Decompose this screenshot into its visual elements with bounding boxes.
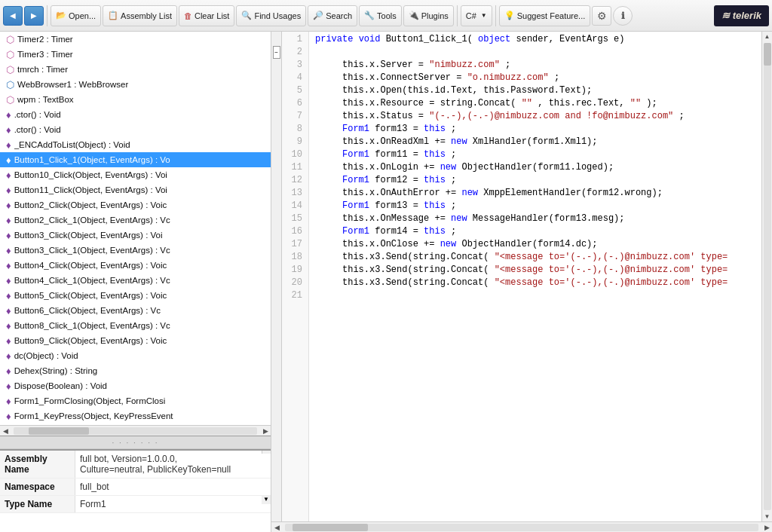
vertical-scroll-thumb[interactable] [764, 43, 771, 66]
code-content[interactable]: private void Button1_Click_1( object sen… [309, 32, 761, 521]
string-literal: "" [630, 98, 641, 109]
tools-button[interactable]: 🔧 Tools [359, 5, 402, 26]
scroll-down-arrow[interactable]: ▼ [763, 512, 772, 521]
horizontal-scroll-track[interactable] [14, 427, 257, 435]
list-item[interactable]: ♦ Button4_Click_1(Object, EventArgs) : V… [0, 273, 271, 288]
list-item[interactable]: ♦ Button3_Click_1(Object, EventArgs) : V… [0, 243, 271, 258]
search-icon: 🔎 [313, 11, 323, 20]
type-name-dropdown[interactable]: ▼ [262, 496, 271, 504]
list-item[interactable]: ♦ Button2_Click(Object, EventArgs) : Voi… [0, 197, 271, 212]
list-item[interactable]: ⬡ WebBrowser1 : WebBrowser [0, 77, 271, 92]
left-panel: ⬡ Timer2 : Timer ⬡ Timer3 : Timer ⬡ tmrc… [0, 32, 271, 532]
list-item[interactable]: ♦ Dehex(String) : String [0, 363, 271, 378]
code-text: ObjectHandler(form11.loged); [461, 162, 614, 173]
line-number: 3 [282, 59, 305, 72]
code-text: sender, EventArgs e) [516, 34, 624, 44]
line-number: 14 [282, 200, 305, 212]
open-label: Open... [69, 11, 96, 20]
list-item[interactable]: ♦ Button9_Click(Object, EventArgs) : Voi… [0, 333, 271, 348]
keyword-type: Form1 [342, 175, 369, 185]
code-line: this.x3.Send(string.Concat( "<message to… [315, 277, 755, 289]
method-icon: ♦ [6, 335, 11, 347]
list-item[interactable]: ♦ Button5_Click(Object, EventArgs) : Voi… [0, 288, 271, 303]
keyword-this: this [424, 175, 446, 185]
tree-horizontal-scrollbar[interactable]: ◀ ▶ [0, 425, 271, 436]
list-item[interactable]: ♦ Form1_FormClosing(Object, FormClosi [0, 393, 271, 408]
code-line: this.x.Resource = string.Concat( "" , th… [315, 97, 755, 110]
code-line [315, 289, 755, 302]
method-icon: ♦ [6, 365, 11, 377]
code-indent [315, 98, 337, 109]
assembly-name-label: Assembly Name [0, 451, 75, 478]
code-horizontal-scroll-track[interactable] [285, 524, 758, 531]
list-item[interactable]: ♦ Form1_KeyPress(Object, KeyPressEvent [0, 408, 271, 423]
scroll-left-arrow[interactable]: ◀ [0, 427, 11, 435]
list-item[interactable]: ♦ Button10_Click(Object, EventArgs) : Vo… [0, 167, 271, 182]
list-item[interactable]: ⬡ wpm : TextBox [0, 92, 271, 107]
keyword-new: new [451, 136, 467, 147]
info-scrollbar[interactable] [262, 451, 271, 454]
nav-forward-button[interactable]: ▶ [24, 6, 44, 26]
list-item-selected[interactable]: ♦ Button1_Click_1(Object, EventArgs) : V… [0, 152, 271, 167]
line-number: 8 [282, 123, 305, 136]
find-usages-button[interactable]: 🔍 Find Usages [236, 5, 306, 26]
method-icon: ♦ [6, 245, 11, 256]
code-text: ; [451, 175, 456, 185]
type-name-value: Form1 [75, 496, 262, 512]
keyword-new: new [440, 162, 457, 173]
open-button[interactable]: 📂 Open... [51, 5, 101, 26]
code-editor-panel: − 1 2 3 4 5 6 7 8 9 10 11 12 13 14 15 16… [271, 32, 772, 532]
method-icon: ♦ [6, 381, 11, 392]
panel-resize-handle[interactable]: · · · · · · · [0, 436, 271, 449]
code-vertical-scrollbar[interactable]: ▲ ▼ [761, 32, 772, 521]
list-item[interactable]: ⬡ tmrch : Timer [0, 62, 271, 77]
code-text: XmppElementHandler(form12.wrong); [483, 188, 663, 198]
list-item[interactable]: ♦ .ctor() : Void [0, 122, 271, 137]
code-line: this.x.OnAuthError += new XmppElementHan… [315, 187, 755, 200]
list-item[interactable]: ⬡ Timer2 : Timer [0, 32, 271, 47]
code-horizontal-scrollbar[interactable]: ◀ ▶ [271, 521, 772, 532]
code-scroll-left-arrow[interactable]: ◀ [271, 524, 282, 531]
suggest-feature-button[interactable]: 💡 Suggest Feature... [499, 5, 591, 26]
suggest-label: Suggest Feature... [517, 11, 586, 20]
list-item[interactable]: ♦ Button4_Click(Object, EventArgs) : Voi… [0, 258, 271, 273]
info-panel: Assembly Name full bot, Version=1.0.0.0,… [0, 449, 271, 532]
code-text: this.x.OnReadXml += [342, 136, 451, 147]
line-number: 18 [282, 251, 305, 264]
list-item[interactable]: ♦ _ENCAddToList(Object) : Void [0, 137, 271, 152]
clear-list-button[interactable]: 🗑 Clear List [179, 5, 234, 26]
code-horizontal-scroll-thumb[interactable] [293, 524, 368, 531]
scroll-up-arrow[interactable]: ▲ [763, 32, 772, 41]
search-button[interactable]: 🔎 Search [308, 5, 357, 26]
list-item[interactable]: ♦ Button2_Click_1(Object, EventArgs) : V… [0, 212, 271, 228]
code-scroll-right-arrow[interactable]: ▶ [761, 524, 772, 531]
list-item[interactable]: ♦ Button8_Click_1(Object, EventArgs) : V… [0, 318, 271, 333]
gear-button[interactable]: ⚙ [592, 6, 611, 26]
scroll-right-arrow[interactable]: ▶ [260, 427, 271, 435]
code-text: this.x.OnMessage += [342, 213, 451, 224]
list-item[interactable]: ♦ Dispose(Boolean) : Void [0, 378, 271, 393]
list-item[interactable]: ♦ dc(Object) : Void [0, 348, 271, 363]
info-button[interactable]: ℹ [613, 6, 633, 26]
list-item[interactable]: ♦ Button3_Click(Object, EventArgs) : Voi [0, 228, 271, 243]
list-item[interactable]: ⬡ Timer3 : Timer [0, 47, 271, 62]
code-gutter: − [271, 32, 282, 521]
tree-content[interactable]: ⬡ Timer2 : Timer ⬡ Timer3 : Timer ⬡ tmrc… [0, 32, 271, 425]
list-item[interactable]: ♦ Button11_Click(Object, EventArgs) : Vo… [0, 182, 271, 197]
list-item[interactable]: ♦ Button6_Click(Object, EventArgs) : Vc [0, 303, 271, 318]
code-line: this.x.ConnectServer = "o.nimbuzz.com" ; [315, 72, 755, 84]
code-expand-button[interactable]: − [273, 46, 280, 59]
vertical-scroll-track[interactable] [764, 43, 771, 510]
nav-back-button[interactable]: ◀ [3, 6, 23, 26]
code-line: Form1 form13 = this ; [315, 123, 755, 136]
list-item[interactable]: ♦ .ctor() : Void [0, 107, 271, 122]
gear-icon: ⚙ [597, 10, 607, 22]
language-dropdown[interactable]: C# ▼ [461, 5, 492, 26]
plugins-button[interactable]: 🔌 Plugins [403, 5, 454, 26]
code-line: this.x3.Send(string.Concat( "<message to… [315, 264, 755, 277]
horizontal-scroll-thumb[interactable] [29, 427, 89, 435]
assembly-list-button[interactable]: 📋 Assembly List [103, 5, 177, 26]
line-number: 13 [282, 187, 305, 200]
code-indent [315, 264, 337, 275]
code-editor: − 1 2 3 4 5 6 7 8 9 10 11 12 13 14 15 16… [271, 32, 772, 521]
